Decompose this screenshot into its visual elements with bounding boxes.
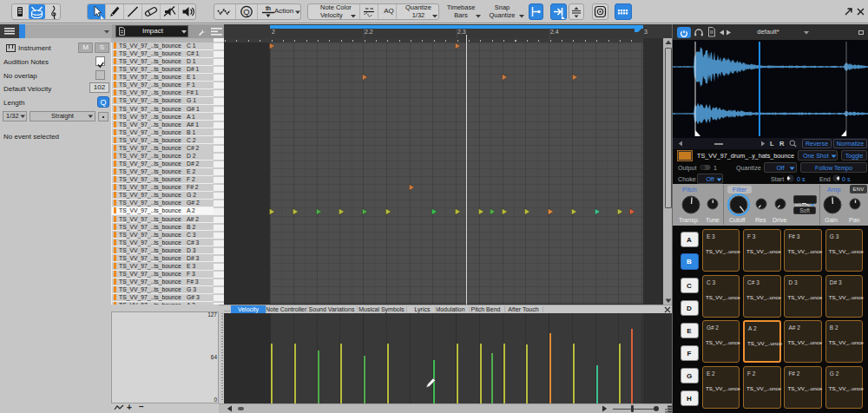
svg-text:Q: Q [243, 7, 249, 16]
svg-text:th: th [266, 5, 271, 11]
